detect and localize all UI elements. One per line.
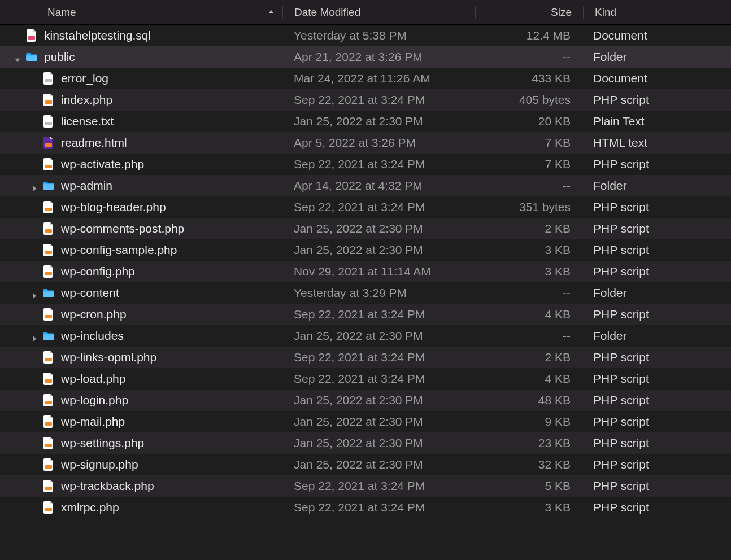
php-file-icon	[42, 458, 55, 471]
cell-name: wp-mail.php	[0, 415, 282, 428]
cell-size: 3 KB	[475, 265, 582, 278]
php-file-icon	[42, 372, 55, 386]
column-header-size[interactable]: Size	[476, 6, 583, 19]
cell-size: 433 KB	[475, 72, 582, 85]
file-name: wp-content	[61, 286, 119, 300]
file-name: error_log	[61, 72, 108, 85]
folder-row[interactable]: wp-adminApr 14, 2022 at 4:32 PM--Folder	[0, 175, 731, 196]
php-file-icon	[42, 415, 55, 428]
file-name: wp-includes	[61, 329, 124, 343]
cell-date-modified: Jan 25, 2022 at 2:30 PM	[282, 393, 475, 407]
file-row[interactable]: wp-load.phpSep 22, 2021 at 3:24 PM4 KBPH…	[0, 368, 731, 390]
file-name: xmlrpc.php	[61, 501, 119, 514]
disclosure-toggle[interactable]	[0, 182, 42, 190]
cell-name: xmlrpc.php	[0, 501, 282, 514]
svg-rect-0	[28, 36, 35, 40]
cell-kind: PHP script	[582, 222, 731, 235]
cell-date-modified: Sep 22, 2021 at 3:24 PM	[282, 501, 475, 514]
file-name: license.txt	[61, 115, 114, 128]
column-header-name-label: Name	[47, 6, 76, 19]
file-row[interactable]: wp-comments-post.phpJan 25, 2022 at 2:30…	[0, 218, 731, 239]
cell-name: error_log	[0, 72, 282, 85]
column-header-date[interactable]: Date Modified	[283, 6, 475, 19]
cell-date-modified: Sep 22, 2021 at 3:24 PM	[282, 479, 475, 493]
cell-size: --	[475, 179, 582, 193]
file-row[interactable]: kinstahelptesting.sqlYesterday at 5:38 P…	[0, 25, 731, 46]
cell-kind: Document	[582, 29, 731, 42]
svg-rect-15	[45, 444, 52, 447]
file-row[interactable]: wp-signup.phpJan 25, 2022 at 2:30 PM32 K…	[0, 454, 731, 475]
file-row[interactable]: error_logMar 24, 2022 at 11:26 AM433 KBD…	[0, 68, 731, 89]
file-name: wp-config-sample.php	[61, 243, 177, 257]
cell-size: 4 KB	[475, 308, 582, 321]
file-name: kinstahelptesting.sql	[44, 29, 151, 42]
cell-kind: Document	[582, 72, 731, 85]
folder-row[interactable]: wp-includesJan 25, 2022 at 2:30 PM--Fold…	[0, 325, 731, 347]
cell-kind: PHP script	[582, 415, 731, 428]
cell-kind: PHP script	[582, 351, 731, 364]
cell-name: wp-blog-header.php	[0, 200, 282, 214]
cell-name: wp-load.php	[0, 372, 282, 386]
column-header-date-label: Date Modified	[294, 6, 360, 18]
file-row[interactable]: index.phpSep 22, 2021 at 3:24 PM405 byte…	[0, 89, 731, 111]
cell-size: 23 KB	[475, 436, 582, 450]
svg-rect-13	[45, 401, 52, 404]
file-row[interactable]: wp-links-opml.phpSep 22, 2021 at 3:24 PM…	[0, 347, 731, 368]
svg-rect-1	[45, 79, 52, 82]
cell-name: wp-content	[0, 286, 282, 300]
cell-kind: Folder	[582, 50, 731, 64]
svg-rect-5	[45, 165, 52, 168]
cell-date-modified: Mar 24, 2022 at 11:26 AM	[282, 72, 475, 85]
file-row[interactable]: license.txtJan 25, 2022 at 2:30 PM20 KBP…	[0, 111, 731, 132]
file-row[interactable]: wp-login.phpJan 25, 2022 at 2:30 PM48 KB…	[0, 390, 731, 411]
cell-date-modified: Jan 25, 2022 at 2:30 PM	[282, 436, 475, 450]
svg-rect-11	[45, 358, 52, 361]
chevron-right-icon	[31, 332, 38, 340]
php-file-icon	[42, 436, 55, 450]
column-header-name[interactable]: Name	[0, 6, 282, 19]
file-row[interactable]: readme.htmlApr 5, 2022 at 3:26 PM7 KBHTM…	[0, 132, 731, 154]
cell-size: 4 KB	[475, 372, 582, 386]
file-row[interactable]: wp-cron.phpSep 22, 2021 at 3:24 PM4 KBPH…	[0, 304, 731, 325]
file-row[interactable]: wp-activate.phpSep 22, 2021 at 3:24 PM7 …	[0, 154, 731, 175]
php-file-icon	[42, 200, 55, 214]
cell-name: public	[0, 50, 282, 64]
file-row[interactable]: wp-settings.phpJan 25, 2022 at 2:30 PM23…	[0, 432, 731, 454]
cell-name: wp-config.php	[0, 265, 282, 278]
svg-rect-3	[45, 122, 52, 125]
disclosure-toggle[interactable]	[0, 289, 42, 297]
column-header-row: Name Date Modified Size Kind	[0, 0, 731, 25]
file-row[interactable]: wp-config-sample.phpJan 25, 2022 at 2:30…	[0, 239, 731, 261]
svg-rect-18	[45, 508, 52, 511]
cell-date-modified: Jan 25, 2022 at 2:30 PM	[282, 329, 475, 343]
file-name: wp-mail.php	[61, 415, 125, 428]
disclosure-toggle[interactable]	[0, 53, 25, 61]
folder-icon	[25, 50, 38, 64]
cell-kind: Folder	[582, 286, 731, 300]
cell-name: wp-links-opml.php	[0, 351, 282, 364]
file-row[interactable]: wp-trackback.phpSep 22, 2021 at 3:24 PM5…	[0, 475, 731, 497]
file-name: wp-cron.php	[61, 308, 127, 321]
file-row[interactable]: xmlrpc.phpSep 22, 2021 at 3:24 PM3 KBPHP…	[0, 497, 731, 518]
folder-row[interactable]: wp-contentYesterday at 3:29 PM--Folder	[0, 282, 731, 304]
cell-date-modified: Sep 22, 2021 at 3:24 PM	[282, 200, 475, 214]
svg-rect-8	[45, 251, 52, 254]
disclosure-toggle[interactable]	[0, 332, 42, 340]
cell-kind: PHP script	[582, 479, 731, 493]
svg-rect-9	[45, 272, 52, 275]
cell-size: 5 KB	[475, 479, 582, 493]
file-name: wp-settings.php	[61, 436, 144, 450]
cell-size: 7 KB	[475, 158, 582, 171]
cell-name: kinstahelptesting.sql	[0, 29, 282, 42]
chevron-right-icon	[31, 289, 38, 297]
file-row[interactable]: wp-mail.phpJan 25, 2022 at 2:30 PM9 KBPH…	[0, 411, 731, 432]
file-name: wp-login.php	[61, 393, 128, 407]
folder-row[interactable]: publicApr 21, 2022 at 3:26 PM--Folder	[0, 46, 731, 68]
file-row[interactable]: wp-blog-header.phpSep 22, 2021 at 3:24 P…	[0, 196, 731, 218]
file-row[interactable]: wp-config.phpNov 29, 2021 at 11:14 AM3 K…	[0, 261, 731, 282]
file-list-table: Name Date Modified Size Kind kinstahelpt…	[0, 0, 731, 518]
html-file-icon	[42, 136, 55, 150]
sort-ascending-icon	[268, 7, 275, 18]
column-header-kind[interactable]: Kind	[584, 6, 731, 19]
cell-date-modified: Sep 22, 2021 at 3:24 PM	[282, 158, 475, 171]
